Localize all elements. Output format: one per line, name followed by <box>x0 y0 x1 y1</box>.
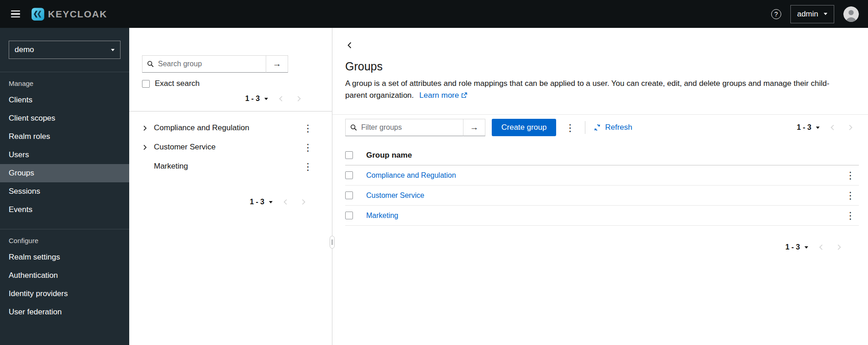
user-menu-dropdown[interactable]: admin <box>790 5 834 23</box>
search-icon <box>147 61 154 68</box>
page-title: Groups <box>345 60 844 73</box>
toolbar-kebab-menu-icon[interactable]: ⋮ <box>562 121 579 134</box>
pagination-next-button[interactable] <box>842 121 859 134</box>
chevron-down-icon <box>111 49 115 51</box>
group-link[interactable]: Customer Service <box>366 191 424 199</box>
arrow-right-icon: → <box>470 122 479 132</box>
tree-group-name[interactable]: Customer Service <box>154 143 216 152</box>
pagination-range: 1 - 3 <box>797 123 811 132</box>
help-icon[interactable]: ? <box>771 9 781 19</box>
expand-chevron-icon[interactable] <box>140 123 154 133</box>
tree-group-name[interactable]: Marketing <box>154 162 188 171</box>
sidebar-item-realm-roles[interactable]: Realm roles <box>0 127 129 146</box>
table-row: Customer Service ⋮ <box>345 186 859 206</box>
select-all-checkbox[interactable] <box>345 151 353 159</box>
group-tree-panel: → Exact search 1 - 3 <box>129 28 332 345</box>
exact-search-checkbox[interactable] <box>142 80 150 88</box>
pagination-next-button[interactable] <box>290 92 307 106</box>
chevron-down-icon <box>816 127 820 129</box>
external-link-icon <box>461 92 467 98</box>
user-menu-label: admin <box>797 10 818 19</box>
sidebar-item-groups[interactable]: Groups <box>0 164 129 182</box>
kebab-menu-icon[interactable]: ⋮ <box>300 141 316 154</box>
kebab-menu-icon[interactable]: ⋮ <box>300 160 316 173</box>
column-header-group-name: Group name <box>366 151 839 160</box>
row-checkbox[interactable] <box>345 212 353 219</box>
table-pagination-top: 1 - 3 <box>792 120 859 135</box>
pagination-prev-button[interactable] <box>824 121 842 134</box>
page-header: Groups A group is a set of attributes an… <box>332 28 868 101</box>
sidebar-item-identity-providers[interactable]: Identity providers <box>0 285 129 303</box>
row-kebab-menu-icon[interactable]: ⋮ <box>842 189 859 202</box>
chevron-down-icon <box>264 98 268 100</box>
pagination-menu-toggle[interactable]: 1 - 3 <box>241 91 273 106</box>
nav-toggle-button[interactable] <box>9 8 22 21</box>
chevron-down-icon <box>805 246 808 249</box>
sidebar-item-realm-settings[interactable]: Realm settings <box>0 248 129 266</box>
pagination-menu-toggle[interactable]: 1 - 3 <box>792 120 824 135</box>
table-pagination-bottom: 1 - 3 <box>332 239 868 255</box>
panel-resize-handle[interactable] <box>330 236 335 249</box>
sidebar-item-events[interactable]: Events <box>0 201 129 219</box>
exact-search-label: Exact search <box>155 79 200 88</box>
divider <box>585 121 585 134</box>
filter-submit-button[interactable]: → <box>463 119 485 136</box>
pagination-next-button[interactable] <box>830 240 847 254</box>
sidebar-item-clients[interactable]: Clients <box>0 91 129 109</box>
masthead: KEYCLOAK ? admin <box>0 0 868 28</box>
pagination-prev-button[interactable] <box>277 195 295 209</box>
pagination-menu-toggle[interactable]: 1 - 3 <box>245 194 277 210</box>
filter-groups: → <box>345 119 485 136</box>
group-search-input[interactable] <box>142 55 266 73</box>
main-content: Groups A group is a set of attributes an… <box>332 28 868 345</box>
arrow-right-icon: → <box>273 59 281 69</box>
search-submit-button[interactable]: → <box>266 55 288 73</box>
row-checkbox[interactable] <box>345 191 353 199</box>
group-link[interactable]: Compliance and Regulation <box>366 171 456 179</box>
tree-item: Customer Service ⋮ <box>129 138 332 157</box>
sidebar-item-users[interactable]: Users <box>0 146 129 164</box>
keycloak-brand[interactable]: KEYCLOAK <box>31 7 107 21</box>
avatar[interactable] <box>843 6 859 22</box>
back-button[interactable] <box>345 41 354 50</box>
nav-section-manage: Manage Clients Client scopes Realm roles… <box>0 72 129 219</box>
search-icon <box>350 124 357 131</box>
sidebar-item-sessions[interactable]: Sessions <box>0 182 129 201</box>
create-group-button[interactable]: Create group <box>492 119 556 136</box>
divider <box>129 111 332 111</box>
pagination-range: 1 - 3 <box>785 243 800 251</box>
keycloak-logo-icon <box>31 7 45 21</box>
tree-group-name[interactable]: Compliance and Regulation <box>154 123 249 133</box>
refresh-label: Refresh <box>605 123 632 132</box>
exact-search-option: Exact search <box>142 79 316 88</box>
expand-chevron-icon[interactable] <box>140 143 154 152</box>
nav-section-configure: Configure Realm settings Authentication … <box>0 229 129 321</box>
learn-more-link[interactable]: Learn more <box>419 91 467 100</box>
sidebar-item-authentication[interactable]: Authentication <box>0 266 129 285</box>
group-link[interactable]: Marketing <box>366 212 398 219</box>
pagination-range: 1 - 3 <box>245 95 260 103</box>
kebab-menu-icon[interactable]: ⋮ <box>300 122 316 135</box>
row-checkbox[interactable] <box>345 171 353 179</box>
sidebar-nav: demo Manage Clients Client scopes Realm … <box>0 28 129 345</box>
chevron-down-icon <box>824 13 827 15</box>
pagination-next-button[interactable] <box>295 195 312 209</box>
filter-groups-input[interactable] <box>345 119 463 136</box>
pagination-menu-toggle[interactable]: 1 - 3 <box>781 239 813 255</box>
realm-selector-value: demo <box>15 45 34 54</box>
tree-item: Compliance and Regulation ⋮ <box>129 118 332 138</box>
row-kebab-menu-icon[interactable]: ⋮ <box>842 169 859 182</box>
sidebar-item-client-scopes[interactable]: Client scopes <box>0 109 129 127</box>
pagination-prev-button[interactable] <box>813 240 830 254</box>
refresh-button[interactable]: Refresh <box>592 120 634 135</box>
panel-divider <box>332 28 332 345</box>
groups-toolbar: → Create group ⋮ Refresh 1 - 3 <box>332 115 868 136</box>
sidebar-item-user-federation[interactable]: User federation <box>0 303 129 321</box>
realm-selector[interactable]: demo <box>9 41 121 59</box>
table-row: Compliance and Regulation ⋮ <box>345 165 859 186</box>
pagination-prev-button[interactable] <box>273 92 290 106</box>
page-description: A group is a set of attributes and role … <box>345 79 829 100</box>
group-tree-list: Compliance and Regulation ⋮ Customer Ser… <box>129 118 332 176</box>
row-kebab-menu-icon[interactable]: ⋮ <box>842 209 859 222</box>
tree-item: Marketing ⋮ <box>129 157 332 176</box>
